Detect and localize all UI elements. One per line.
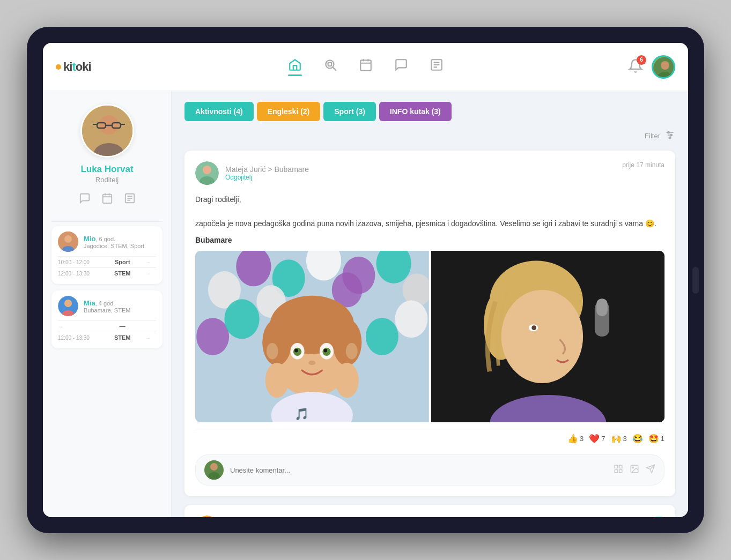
svg-point-56 (366, 318, 398, 355)
filter-tabs: Aktivnosti (4) Engleski (2) Sport (3) IN… (184, 102, 675, 121)
post-images-1: 🎵 (195, 251, 664, 422)
child-tags-mio: Jagodice, STEM, Sport (84, 243, 144, 249)
notification-button[interactable]: 6 (628, 58, 643, 76)
child-name-mio: Mio, 6 god. (84, 235, 144, 243)
post-author-role-1: Odgojitelj (225, 174, 309, 181)
sidebar-user-name: Luka Horvat (80, 164, 133, 175)
nav-center (288, 58, 444, 76)
child-card-mio: Mio, 6 god. Jagodice, STEM, Sport 10:00 … (51, 226, 163, 284)
svg-text:🎵: 🎵 (294, 407, 309, 422)
svg-point-93 (632, 467, 633, 468)
reaction-laugh[interactable]: 😂 (632, 434, 643, 444)
tab-aktivnosti[interactable]: Aktivnosti (4) (184, 102, 254, 121)
svg-line-1 (333, 67, 336, 70)
svg-point-71 (335, 363, 359, 398)
filter-icon[interactable] (664, 130, 675, 142)
svg-point-70 (265, 363, 289, 398)
svg-rect-88 (615, 465, 617, 468)
svg-point-53 (196, 318, 229, 355)
user-avatar-nav[interactable] (652, 55, 675, 79)
sidebar-calendar-icon[interactable] (101, 192, 113, 206)
content-area: Aktivnosti (4) Engleski (2) Sport (3) IN… (172, 91, 688, 517)
svg-rect-90 (615, 470, 617, 473)
reaction-heart[interactable]: ❤️ 7 (589, 434, 605, 444)
svg-point-43 (203, 166, 211, 174)
post-chat-icon-2[interactable] (654, 516, 664, 517)
comment-grid-icon[interactable] (614, 464, 623, 476)
nav-calendar[interactable] (359, 58, 373, 76)
post-subgroup-1: Bubamare (195, 236, 664, 244)
nav-home[interactable] (288, 58, 302, 76)
reaction-thumbs-up[interactable]: 👍 3 (567, 434, 584, 444)
svg-point-96 (195, 516, 219, 517)
notification-badge: 6 (637, 55, 646, 65)
tab-engleski[interactable]: Engleski (2) (257, 102, 321, 121)
child-avatar-mio (58, 232, 78, 252)
child-card-mia: Mia, 4 god. Bubamare, STEM → — 12:00 - 1… (51, 290, 163, 348)
nav-search[interactable] (323, 58, 337, 76)
svg-point-41 (669, 137, 670, 138)
sidebar-notes-icon[interactable] (124, 192, 136, 206)
post-author-avatar-1 (195, 161, 219, 185)
comment-box-1 (195, 454, 664, 486)
svg-point-69 (308, 361, 315, 365)
svg-point-62 (333, 319, 361, 366)
reaction-hands[interactable]: 🙌 3 (611, 434, 627, 444)
schedule-row-mia-1: → — (58, 320, 156, 332)
svg-point-54 (224, 299, 259, 339)
reaction-star-eyes[interactable]: 🤩 1 (648, 434, 664, 444)
svg-point-74 (267, 343, 278, 359)
schedule-row-mio-1: 10:00 - 12:00 Sport → (58, 256, 156, 267)
svg-rect-83 (596, 298, 608, 316)
child-avatar-mia (58, 296, 78, 316)
post-image-left: 🎵 (195, 251, 429, 422)
child-tags-mia: Bubamare, STEM (84, 307, 130, 313)
app-logo[interactable]: kitoki (56, 60, 91, 74)
post-card-2: Nikolina Barić > Sport Odgojitelj prije … (184, 505, 675, 517)
svg-point-55 (395, 301, 427, 338)
svg-point-81 (531, 325, 536, 330)
post-author-avatar-2 (195, 516, 219, 517)
svg-point-34 (64, 300, 72, 307)
tab-sport[interactable]: Sport (3) (323, 102, 376, 121)
svg-point-68 (324, 349, 328, 353)
svg-rect-89 (619, 465, 622, 468)
comment-tools (614, 464, 655, 476)
sidebar: Luka Horvat Roditelj (43, 91, 172, 517)
nav-notes[interactable] (430, 58, 444, 76)
svg-point-79 (501, 290, 582, 383)
filter-bar: Filter (184, 130, 675, 142)
post-time-1: prije 17 minuta (622, 161, 664, 169)
comment-input[interactable] (230, 466, 607, 474)
comment-image-icon[interactable] (630, 464, 639, 476)
schedule-row-mio-2: 12:00 - 13:30 STEM → (58, 267, 156, 279)
filter-label: Filter (645, 132, 660, 140)
comment-send-icon[interactable] (646, 464, 655, 476)
tab-info-kutak[interactable]: INFO kutak (3) (379, 102, 452, 121)
post-body-1: Dragi roditelji, započela je nova pedago… (195, 193, 664, 229)
svg-rect-22 (102, 195, 112, 204)
svg-point-12 (661, 61, 669, 70)
svg-rect-3 (360, 60, 371, 71)
post-author-name-1: Mateja Jurić > Bubamare (225, 165, 309, 174)
svg-point-61 (262, 319, 291, 366)
top-navigation: kitoki (43, 43, 688, 91)
logo-text: kitoki (63, 60, 91, 74)
nav-chat[interactable] (394, 58, 408, 76)
main-content: Luka Horvat Roditelj (43, 91, 688, 517)
svg-rect-91 (619, 470, 622, 473)
svg-point-67 (294, 349, 298, 353)
sidebar-actions (79, 192, 136, 206)
post-card-1: Mateja Jurić > Bubamare Odgojitelj prije… (184, 151, 675, 496)
svg-point-0 (326, 60, 334, 68)
svg-rect-2 (328, 62, 331, 66)
svg-point-86 (210, 463, 218, 471)
post-image-right (431, 251, 665, 422)
svg-point-40 (670, 134, 672, 136)
svg-point-31 (64, 235, 72, 243)
sidebar-user-role: Roditelj (95, 176, 119, 184)
sidebar-chat-icon[interactable] (79, 192, 91, 206)
nav-right: 6 (628, 55, 675, 79)
comment-avatar (204, 460, 224, 480)
post-reactions-1: 👍 3 ❤️ 7 🙌 3 😂 (195, 429, 664, 448)
